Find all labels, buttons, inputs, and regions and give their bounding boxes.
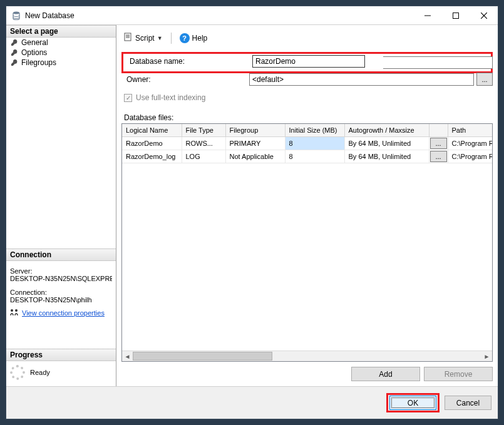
script-label: Script: [135, 34, 155, 43]
horizontal-scrollbar[interactable]: ◄ ►: [122, 351, 492, 361]
connection-body: Server: DESKTOP-N35N25N\SQLEXPRESS Conne…: [6, 261, 116, 324]
owner-label: Owner:: [121, 73, 247, 86]
script-button[interactable]: Script ▼: [121, 31, 165, 44]
fulltext-label: Use full-text indexing: [136, 93, 205, 102]
scrollbar-thumb[interactable]: [133, 352, 272, 361]
scroll-right-icon[interactable]: ►: [481, 351, 492, 361]
svg-point-0: [13, 11, 19, 14]
left-pane: Select a page General Options Filegroups…: [6, 25, 116, 386]
highlight-annotation: OK: [386, 393, 440, 412]
database-name-input[interactable]: [252, 55, 365, 68]
database-name-label: Database name:: [125, 55, 250, 68]
col-autogrowth-btn: [429, 124, 448, 136]
page-item-label: General: [21, 38, 48, 47]
chevron-down-icon: ▼: [157, 35, 163, 41]
owner-input[interactable]: [249, 73, 474, 86]
col-autogrowth[interactable]: Autogrowth / Maxsize: [344, 124, 429, 136]
col-filegroup[interactable]: Filegroup: [225, 124, 285, 136]
toolbar: Script ▼ ? Help: [121, 29, 493, 51]
window-controls: [413, 6, 498, 24]
select-page-header: Select a page: [6, 25, 116, 38]
table-row[interactable]: RazorDemo_log LOG Not Applicable 8 By 64…: [122, 150, 492, 163]
svg-point-6: [15, 309, 18, 312]
ok-button[interactable]: OK: [389, 396, 436, 410]
page-item-general[interactable]: General: [6, 38, 116, 48]
database-files-label: Database files:: [124, 113, 493, 122]
wrench-icon: [10, 38, 19, 47]
connection-value: DESKTOP-N35N25N\philh: [10, 296, 112, 304]
page-item-options[interactable]: Options: [6, 48, 116, 58]
server-value: DESKTOP-N35N25N\SQLEXPRESS: [10, 275, 112, 282]
page-item-label: Options: [21, 48, 47, 57]
fulltext-checkbox-row: ✓ Use full-text indexing: [124, 93, 493, 102]
close-button[interactable]: [470, 6, 498, 24]
col-path[interactable]: Path: [448, 124, 492, 136]
autogrowth-button[interactable]: ...: [430, 151, 447, 162]
window-title: New Database: [25, 11, 413, 20]
remove-button[interactable]: Remove: [424, 367, 493, 381]
progress-header: Progress: [6, 349, 116, 361]
table-row[interactable]: RazorDemo ROWS... PRIMARY 8 By 64 MB, Un…: [122, 136, 492, 150]
svg-rect-2: [453, 13, 458, 18]
page-item-label: Filegroups: [21, 58, 56, 67]
titlebar: New Database: [6, 6, 498, 25]
svg-point-5: [11, 309, 13, 312]
owner-browse-button[interactable]: ...: [476, 73, 493, 86]
database-name-input-ext[interactable]: [383, 56, 493, 69]
cancel-button[interactable]: Cancel: [445, 396, 491, 410]
autogrowth-button[interactable]: ...: [430, 138, 447, 149]
connection-header: Connection: [6, 248, 116, 261]
progress-status: Ready: [30, 369, 50, 376]
connection-icon: [10, 309, 19, 317]
dialog-button-bar: OK Cancel: [6, 386, 498, 419]
page-item-filegroups[interactable]: Filegroups: [6, 58, 116, 68]
script-icon: [124, 33, 133, 43]
new-database-window: New Database Select a page General: [6, 6, 498, 419]
help-label: Help: [192, 34, 208, 43]
view-connection-properties-link[interactable]: View connection properties: [22, 309, 105, 317]
svg-rect-7: [125, 33, 131, 41]
maximize-button[interactable]: [441, 6, 470, 24]
progress-spinner-icon: [10, 365, 25, 380]
wrench-icon: [10, 48, 19, 57]
help-icon: ?: [180, 33, 190, 43]
initial-size-cell-selected[interactable]: 8: [285, 136, 344, 150]
col-logical-name[interactable]: Logical Name: [122, 124, 182, 136]
help-button[interactable]: ? Help: [177, 32, 210, 44]
database-icon: [11, 11, 21, 21]
col-file-type[interactable]: File Type: [182, 124, 225, 136]
fulltext-checkbox: ✓: [124, 94, 132, 102]
col-initial-size[interactable]: Initial Size (MB): [285, 124, 344, 136]
minimize-button[interactable]: [413, 6, 441, 24]
scroll-left-icon[interactable]: ◄: [122, 351, 133, 361]
server-label: Server:: [10, 267, 112, 275]
database-files-grid[interactable]: Logical Name File Type Filegroup Initial…: [121, 123, 493, 362]
add-button[interactable]: Add: [351, 367, 420, 381]
connection-label: Connection:: [10, 289, 112, 296]
right-pane: Script ▼ ? Help Database name:: [116, 25, 498, 386]
wrench-icon: [10, 58, 19, 67]
